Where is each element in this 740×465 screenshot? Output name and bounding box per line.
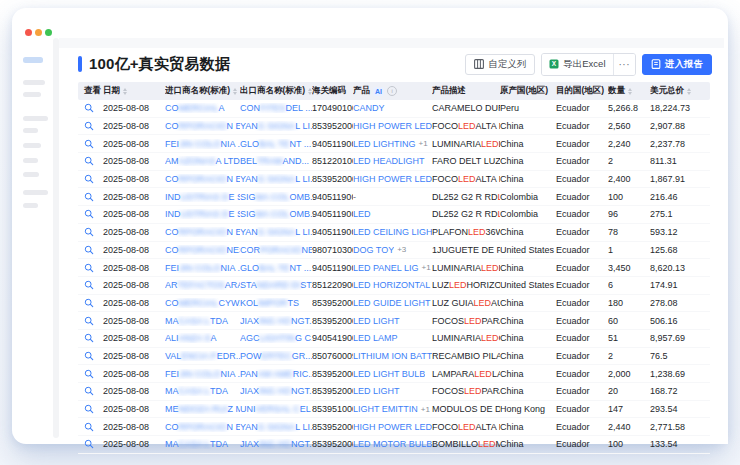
product-link[interactable]: LED: [353, 209, 371, 219]
enter-report-button[interactable]: 进入报告: [642, 54, 712, 75]
exporter-link[interactable]: YANG SIGNAL LI...: [240, 121, 312, 131]
sidebar-skeleton-item-active[interactable]: [23, 57, 43, 63]
sort-icon[interactable]: [123, 88, 127, 95]
importer-link[interactable]: MACASA LTDA: [165, 316, 240, 326]
column-header-2[interactable]: 日期: [103, 85, 165, 97]
column-header-4[interactable]: 出口商名称(标准): [240, 85, 312, 97]
product-link[interactable]: LIGHT EMITTIN: [353, 404, 418, 414]
product-link[interactable]: CANDY: [353, 103, 385, 113]
exporter-link[interactable]: YANG SIGNAL LI...: [240, 174, 312, 184]
customize-columns-button[interactable]: 自定义列: [465, 54, 535, 75]
exporter-link[interactable]: SIGMA COLOMB...: [240, 209, 312, 219]
product-extra-badge[interactable]: +3: [397, 245, 406, 254]
product-link[interactable]: LED HEADLIGHT: [353, 156, 425, 166]
product-link[interactable]: LED HORIZONTAL L: [353, 280, 432, 290]
sort-icon[interactable]: [233, 88, 237, 95]
exporter-link[interactable]: SIGMA COLOMB...: [240, 192, 312, 202]
product-link[interactable]: LED GUIDE LIGHT T: [353, 298, 432, 308]
product-link[interactable]: DOG TOY: [353, 245, 394, 255]
view-row-button[interactable]: [84, 280, 103, 290]
exporter-link[interactable]: POWERTECGR...: [240, 351, 312, 361]
importer-link[interactable]: VALENCIA PEDR...: [165, 351, 240, 361]
product-link[interactable]: LED LIGHTING: [353, 139, 416, 149]
view-row-button[interactable]: [84, 404, 103, 414]
column-header-11[interactable]: 美元总价: [650, 85, 710, 97]
exporter-link[interactable]: JIAXING HONGT...: [240, 439, 312, 449]
importer-link[interactable]: CORPORACIONES...: [165, 245, 240, 255]
sidebar-skeleton-item[interactable]: [23, 172, 39, 177]
exporter-link[interactable]: YANG SIGNAL LI...: [240, 227, 312, 237]
product-link[interactable]: LED PANEL LIG: [353, 263, 419, 273]
column-header-3[interactable]: 进口商名称(标准): [165, 85, 240, 97]
close-window-button[interactable]: [25, 29, 32, 36]
importer-link[interactable]: CORPORACION E...: [165, 121, 240, 131]
view-row-button[interactable]: [84, 351, 103, 361]
view-row-button[interactable]: [84, 121, 103, 131]
product-extra-badge[interactable]: +1: [421, 405, 430, 414]
exporter-link[interactable]: UNIVERSAL CEL ...: [240, 404, 312, 414]
exporter-link[interactable]: YANG SIGNAL LI...: [240, 422, 312, 432]
product-link[interactable]: HIGH POWER LED F: [353, 174, 432, 184]
sidebar-skeleton-item[interactable]: [23, 92, 41, 97]
importer-link[interactable]: FEIJIN COLONIA ...: [165, 263, 240, 273]
importer-link[interactable]: CORPORACION E...: [165, 227, 240, 237]
view-row-button[interactable]: [84, 298, 103, 308]
exporter-link[interactable]: AGCLIGHTING C...: [240, 333, 312, 343]
view-row-button[interactable]: [84, 369, 103, 379]
exporter-link[interactable]: STANDARD DIST...: [240, 280, 312, 290]
importer-link[interactable]: CORPORACION E...: [165, 174, 240, 184]
sidebar-skeleton-item[interactable]: [23, 203, 38, 208]
sidebar-skeleton-item[interactable]: [23, 80, 45, 85]
sidebar-skeleton-item[interactable]: [23, 128, 38, 133]
importer-link[interactable]: MACASA LTDA: [165, 386, 240, 396]
view-row-button[interactable]: [84, 263, 103, 273]
importer-link[interactable]: MACASA LTDA: [165, 439, 240, 449]
exporter-link[interactable]: JIAXING HONGT...: [240, 316, 312, 326]
sort-icon[interactable]: [687, 88, 691, 95]
view-row-button[interactable]: [84, 192, 103, 202]
product-link[interactable]: LED CEILING LIGHT: [353, 227, 432, 237]
importer-link[interactable]: COMERCIALCYW...: [165, 298, 240, 308]
importer-link[interactable]: MENDOZA RUIZ M...: [165, 404, 240, 414]
view-row-button[interactable]: [84, 422, 103, 432]
importer-link[interactable]: CORPORACION E...: [165, 422, 240, 432]
product-link[interactable]: LED MOTOR BULB: [353, 439, 432, 449]
importer-link[interactable]: ARTEFACTOSARA...: [165, 280, 240, 290]
view-row-button[interactable]: [84, 209, 103, 219]
exporter-link[interactable]: GLOBAL TENT ...: [240, 139, 312, 149]
importer-link[interactable]: FEIJIN COLONIA ...: [165, 369, 240, 379]
product-link[interactable]: LED LIGHT BULB: [353, 369, 425, 379]
view-row-button[interactable]: [84, 227, 103, 237]
exporter-link[interactable]: BELTRAMAND...: [240, 156, 312, 166]
view-row-button[interactable]: [84, 174, 103, 184]
export-excel-button[interactable]: X 导出Excel: [542, 54, 612, 75]
product-link[interactable]: LED LAMP: [353, 333, 398, 343]
exporter-link[interactable]: PANAM AMERIC...: [240, 369, 312, 379]
view-row-button[interactable]: [84, 333, 103, 343]
importer-link[interactable]: INDUSTRIAS DE SIS...: [165, 209, 240, 219]
importer-link[interactable]: INDUSTRIAS DE SIS...: [165, 192, 240, 202]
product-link[interactable]: LED LIGHT: [353, 386, 400, 396]
view-row-button[interactable]: [84, 439, 103, 449]
exporter-link[interactable]: GLOBAL TENT ...: [240, 263, 312, 273]
sidebar-skeleton-item[interactable]: [23, 158, 38, 163]
product-link[interactable]: HIGH POWER LED F: [353, 422, 432, 432]
importer-link[interactable]: FEIJIN COLONIA ...: [165, 139, 240, 149]
exporter-link[interactable]: JIAXING HONGT...: [240, 386, 312, 396]
importer-link[interactable]: COMERCIAL A: [165, 103, 240, 113]
view-row-button[interactable]: [84, 245, 103, 255]
importer-link[interactable]: AMAZONASA LTDA: [165, 156, 240, 166]
minimize-window-button[interactable]: [35, 29, 42, 36]
sidebar-skeleton-item[interactable]: [23, 190, 48, 195]
exporter-link[interactable]: KOLIMPORTS: [240, 298, 312, 308]
importer-link[interactable]: ALIANZA S A: [165, 333, 240, 343]
product-extra-badge[interactable]: +1: [419, 139, 428, 148]
maximize-window-button[interactable]: [45, 29, 52, 36]
sidebar-skeleton-item[interactable]: [23, 116, 48, 121]
product-extra-badge[interactable]: +1: [422, 263, 431, 272]
sidebar-skeleton-item[interactable]: [23, 143, 41, 148]
product-link[interactable]: LED LIGHT: [353, 316, 400, 326]
view-row-button[interactable]: [84, 316, 103, 326]
view-row-button[interactable]: [84, 386, 103, 396]
info-icon[interactable]: i: [387, 86, 397, 96]
